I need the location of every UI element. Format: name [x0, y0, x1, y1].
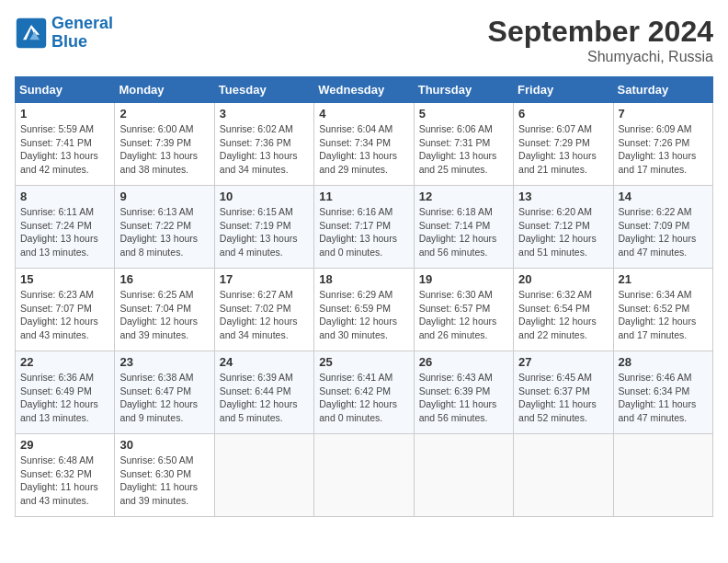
day-number: 18 — [319, 272, 408, 286]
title-area: September 2024 Shumyachi, Russia — [488, 15, 713, 65]
day-number: 4 — [319, 107, 408, 121]
day-number: 3 — [220, 107, 309, 121]
day-number: 28 — [619, 355, 708, 369]
weekday-header-tuesday: Tuesday — [214, 77, 313, 103]
day-cell: 25Sunrise: 6:41 AM Sunset: 6:42 PM Dayli… — [314, 351, 414, 434]
day-cell — [514, 434, 613, 517]
day-cell — [314, 434, 414, 517]
day-cell: 19Sunrise: 6:30 AM Sunset: 6:57 PM Dayli… — [414, 269, 513, 351]
day-info: Sunrise: 6:30 AM Sunset: 6:57 PM Dayligh… — [419, 288, 508, 342]
day-cell: 24Sunrise: 6:39 AM Sunset: 6:44 PM Dayli… — [214, 351, 313, 434]
day-cell — [414, 434, 513, 517]
day-cell: 15Sunrise: 6:23 AM Sunset: 7:07 PM Dayli… — [16, 269, 115, 351]
day-info: Sunrise: 6:02 AM Sunset: 7:36 PM Dayligh… — [220, 122, 309, 177]
day-number: 12 — [419, 190, 508, 203]
day-number: 13 — [518, 190, 608, 203]
weekday-header-wednesday: Wednesday — [314, 77, 414, 103]
logo-icon — [15, 17, 48, 50]
day-cell: 8Sunrise: 6:11 AM Sunset: 7:24 PM Daylig… — [16, 186, 115, 269]
day-number: 24 — [220, 355, 309, 369]
day-number: 15 — [20, 272, 109, 286]
day-number: 11 — [319, 190, 408, 203]
day-number: 5 — [419, 107, 508, 121]
day-number: 23 — [119, 355, 209, 369]
logo-blue: Blue — [51, 32, 87, 51]
day-cell — [613, 434, 712, 517]
day-cell: 13Sunrise: 6:20 AM Sunset: 7:12 PM Dayli… — [514, 186, 613, 269]
day-info: Sunrise: 6:29 AM Sunset: 6:59 PM Dayligh… — [319, 288, 408, 342]
day-info: Sunrise: 6:25 AM Sunset: 7:04 PM Dayligh… — [119, 288, 209, 342]
day-info: Sunrise: 6:32 AM Sunset: 6:54 PM Dayligh… — [518, 288, 608, 342]
day-number: 30 — [119, 438, 209, 452]
day-info: Sunrise: 6:22 AM Sunset: 7:09 PM Dayligh… — [619, 205, 708, 259]
day-number: 10 — [220, 190, 309, 203]
day-info: Sunrise: 6:39 AM Sunset: 6:44 PM Dayligh… — [220, 371, 309, 425]
day-number: 8 — [20, 190, 109, 203]
day-cell: 7Sunrise: 6:09 AM Sunset: 7:26 PM Daylig… — [613, 103, 712, 186]
header: General Blue September 2024 Shumyachi, R… — [15, 15, 713, 65]
day-number: 9 — [119, 190, 209, 203]
day-info: Sunrise: 6:16 AM Sunset: 7:17 PM Dayligh… — [319, 205, 408, 259]
day-cell: 9Sunrise: 6:13 AM Sunset: 7:22 PM Daylig… — [115, 186, 214, 269]
day-info: Sunrise: 6:46 AM Sunset: 6:34 PM Dayligh… — [619, 371, 708, 425]
weekday-header-monday: Monday — [115, 77, 214, 103]
day-number: 14 — [619, 190, 708, 203]
day-info: Sunrise: 6:27 AM Sunset: 7:02 PM Dayligh… — [220, 288, 309, 342]
location-title: Shumyachi, Russia — [488, 49, 713, 65]
day-info: Sunrise: 6:36 AM Sunset: 6:49 PM Dayligh… — [20, 371, 109, 425]
day-cell: 21Sunrise: 6:34 AM Sunset: 6:52 PM Dayli… — [613, 269, 712, 351]
day-number: 7 — [619, 107, 708, 121]
day-number: 16 — [119, 272, 209, 286]
day-cell: 27Sunrise: 6:45 AM Sunset: 6:37 PM Dayli… — [514, 351, 613, 434]
day-number: 1 — [20, 107, 109, 121]
day-info: Sunrise: 6:48 AM Sunset: 6:32 PM Dayligh… — [20, 454, 109, 508]
day-info: Sunrise: 6:18 AM Sunset: 7:14 PM Dayligh… — [419, 205, 508, 259]
day-number: 26 — [419, 355, 508, 369]
day-cell: 20Sunrise: 6:32 AM Sunset: 6:54 PM Dayli… — [514, 269, 613, 351]
day-info: Sunrise: 6:20 AM Sunset: 7:12 PM Dayligh… — [518, 205, 608, 259]
weekday-header-row: SundayMondayTuesdayWednesdayThursdayFrid… — [16, 77, 713, 103]
day-cell: 18Sunrise: 6:29 AM Sunset: 6:59 PM Dayli… — [314, 269, 414, 351]
day-info: Sunrise: 6:43 AM Sunset: 6:39 PM Dayligh… — [419, 371, 508, 425]
day-number: 22 — [20, 355, 109, 369]
day-number: 29 — [20, 438, 109, 452]
day-number: 17 — [220, 272, 309, 286]
day-info: Sunrise: 6:45 AM Sunset: 6:37 PM Dayligh… — [518, 371, 608, 425]
day-info: Sunrise: 6:13 AM Sunset: 7:22 PM Dayligh… — [119, 205, 209, 259]
calendar-table: SundayMondayTuesdayWednesdayThursdayFrid… — [15, 76, 713, 517]
day-cell: 16Sunrise: 6:25 AM Sunset: 7:04 PM Dayli… — [115, 269, 214, 351]
day-cell: 5Sunrise: 6:06 AM Sunset: 7:31 PM Daylig… — [414, 103, 513, 186]
day-number: 2 — [119, 107, 209, 121]
day-cell: 22Sunrise: 6:36 AM Sunset: 6:49 PM Dayli… — [16, 351, 115, 434]
day-info: Sunrise: 6:38 AM Sunset: 6:47 PM Dayligh… — [119, 371, 209, 425]
day-number: 6 — [518, 107, 608, 121]
week-row-4: 22Sunrise: 6:36 AM Sunset: 6:49 PM Dayli… — [16, 351, 713, 434]
week-row-5: 29Sunrise: 6:48 AM Sunset: 6:32 PM Dayli… — [16, 434, 713, 517]
day-cell: 17Sunrise: 6:27 AM Sunset: 7:02 PM Dayli… — [214, 269, 313, 351]
week-row-1: 1Sunrise: 5:59 AM Sunset: 7:41 PM Daylig… — [16, 103, 713, 186]
weekday-header-sunday: Sunday — [16, 77, 115, 103]
day-cell: 11Sunrise: 6:16 AM Sunset: 7:17 PM Dayli… — [314, 186, 414, 269]
day-cell: 4Sunrise: 6:04 AM Sunset: 7:34 PM Daylig… — [314, 103, 414, 186]
day-info: Sunrise: 6:11 AM Sunset: 7:24 PM Dayligh… — [20, 205, 109, 259]
day-cell: 23Sunrise: 6:38 AM Sunset: 6:47 PM Dayli… — [115, 351, 214, 434]
week-row-2: 8Sunrise: 6:11 AM Sunset: 7:24 PM Daylig… — [16, 186, 713, 269]
day-info: Sunrise: 5:59 AM Sunset: 7:41 PM Dayligh… — [20, 122, 109, 177]
day-info: Sunrise: 6:50 AM Sunset: 6:30 PM Dayligh… — [119, 454, 209, 508]
day-cell: 1Sunrise: 5:59 AM Sunset: 7:41 PM Daylig… — [16, 103, 115, 186]
day-number: 19 — [419, 272, 508, 286]
day-info: Sunrise: 6:41 AM Sunset: 6:42 PM Dayligh… — [319, 371, 408, 425]
day-cell: 12Sunrise: 6:18 AM Sunset: 7:14 PM Dayli… — [414, 186, 513, 269]
logo-text: General Blue — [51, 15, 113, 52]
day-cell: 28Sunrise: 6:46 AM Sunset: 6:34 PM Dayli… — [613, 351, 712, 434]
svg-rect-0 — [17, 18, 46, 48]
day-info: Sunrise: 6:09 AM Sunset: 7:26 PM Dayligh… — [619, 122, 708, 177]
day-cell: 26Sunrise: 6:43 AM Sunset: 6:39 PM Dayli… — [414, 351, 513, 434]
day-number: 27 — [518, 355, 608, 369]
weekday-header-friday: Friday — [514, 77, 613, 103]
weekday-header-saturday: Saturday — [613, 77, 712, 103]
day-info: Sunrise: 6:06 AM Sunset: 7:31 PM Dayligh… — [419, 122, 508, 177]
day-cell — [214, 434, 313, 517]
day-cell: 10Sunrise: 6:15 AM Sunset: 7:19 PM Dayli… — [214, 186, 313, 269]
day-cell: 6Sunrise: 6:07 AM Sunset: 7:29 PM Daylig… — [514, 103, 613, 186]
